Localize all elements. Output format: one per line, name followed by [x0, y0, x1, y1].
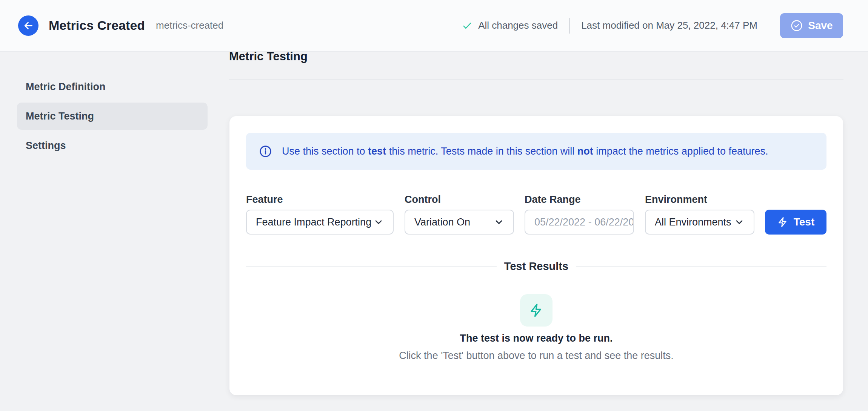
feature-select[interactable]: Feature Impact Reporting [246, 210, 394, 235]
ready-title: The test is now ready to be run. [229, 332, 843, 345]
date-range-field: Date Range 05/22/2022 - 06/22/2022 [525, 193, 634, 235]
save-button[interactable]: Save [780, 13, 843, 38]
feature-label: Feature [246, 193, 394, 206]
environment-field: Environment All Environments [645, 193, 754, 235]
info-banner: Use this section to test this metric. Te… [246, 133, 826, 170]
section-heading: Metric Testing [229, 50, 308, 63]
control-label: Control [405, 193, 514, 206]
control-field: Control Variation On [405, 193, 514, 235]
last-modified: Last modified on May 25, 2022, 4:47 PM [581, 20, 757, 31]
date-range-value: 05/22/2022 - 06/22/2022 [534, 216, 634, 228]
ready-icon-tile [520, 294, 553, 327]
lightning-icon [529, 303, 544, 318]
metric-key: metrics-created [156, 20, 223, 31]
date-range-input[interactable]: 05/22/2022 - 06/22/2022 [525, 210, 634, 235]
arrow-left-icon [23, 20, 34, 31]
chevron-down-icon [373, 217, 384, 227]
control-value: Variation On [414, 216, 470, 228]
sidebar-item-metric-testing[interactable]: Metric Testing [17, 103, 208, 130]
header-divider [569, 18, 570, 34]
control-select[interactable]: Variation On [405, 210, 514, 235]
saved-status: All changes saved [478, 20, 558, 31]
environment-select[interactable]: All Environments [645, 210, 754, 235]
chevron-down-icon [494, 217, 504, 227]
chevron-down-icon [734, 217, 745, 227]
header-status-group: All changes saved Last modified on May 2… [462, 13, 843, 38]
test-button[interactable]: Test [765, 210, 826, 235]
sidebar-item-metric-definition[interactable]: Metric Definition [17, 73, 208, 100]
metric-testing-card: Use this section to test this metric. Te… [229, 116, 843, 395]
save-label: Save [808, 20, 833, 32]
results-divider-right [576, 266, 826, 267]
ready-subtitle: Click the 'Test' button above to run a t… [229, 349, 843, 362]
lightning-icon [777, 216, 788, 228]
saved-check-icon [462, 20, 473, 31]
page-title: Metrics Created [49, 18, 145, 33]
environment-value: All Environments [655, 216, 731, 228]
test-button-label: Test [794, 216, 815, 228]
sidebar-item-settings[interactable]: Settings [17, 132, 208, 159]
feature-value: Feature Impact Reporting [256, 216, 371, 228]
environment-label: Environment [645, 193, 754, 206]
check-circle-icon [790, 19, 803, 32]
info-icon [259, 145, 272, 158]
date-range-label: Date Range [525, 193, 634, 206]
section-divider [229, 79, 843, 80]
back-button[interactable] [18, 15, 38, 36]
feature-field: Feature Feature Impact Reporting [246, 193, 394, 235]
test-results-header: Test Results [246, 255, 826, 277]
top-header: Metrics Created metrics-created All chan… [0, 0, 868, 52]
test-results-heading: Test Results [504, 260, 568, 273]
results-divider-left [246, 266, 497, 267]
info-banner-text: Use this section to test this metric. Te… [282, 146, 768, 157]
